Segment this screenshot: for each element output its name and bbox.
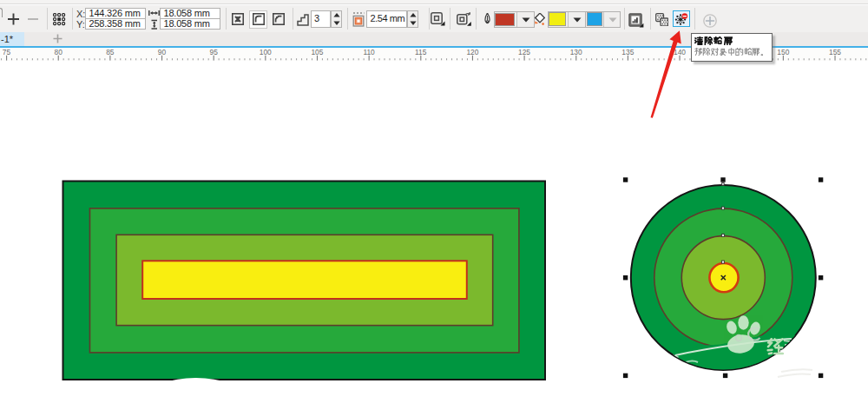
svg-text:80: 80 — [55, 48, 63, 56]
svg-text:95: 95 — [209, 48, 218, 56]
svg-text:130: 130 — [570, 48, 582, 56]
svg-text:120: 120 — [466, 48, 478, 56]
svg-text:75: 75 — [3, 48, 11, 56]
svg-text:90: 90 — [158, 48, 167, 56]
svg-text:115: 115 — [415, 48, 427, 56]
svg-text:110: 110 — [363, 48, 375, 56]
svg-text:125: 125 — [518, 48, 530, 56]
svg-text:135: 135 — [621, 48, 634, 56]
svg-text:150: 150 — [777, 48, 789, 56]
svg-text:155: 155 — [829, 48, 841, 56]
svg-text:85: 85 — [106, 48, 115, 56]
svg-text:105: 105 — [311, 48, 323, 56]
svg-text:100: 100 — [260, 48, 272, 56]
